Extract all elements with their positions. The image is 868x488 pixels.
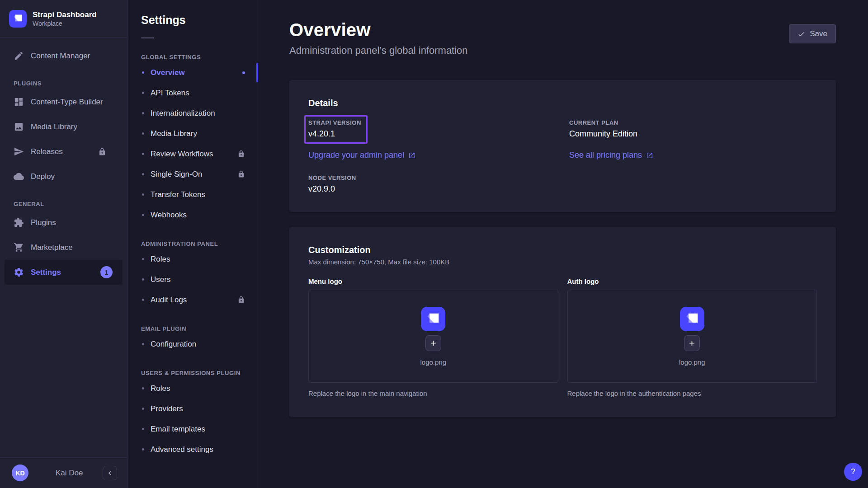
main-nav-list: Content Manager PLUGINS Content-Type Bui… <box>0 38 127 285</box>
subnav-item-single-sign-on[interactable]: Single Sign-On <box>127 164 258 184</box>
bullet-icon <box>142 193 144 196</box>
bullet-icon <box>142 448 144 450</box>
check-icon <box>797 30 805 38</box>
subnav-item-label: Providers <box>151 404 183 413</box>
subnav-item-label: Webhooks <box>151 211 187 220</box>
subnav-item-label: Review Workflows <box>151 150 213 159</box>
lock-icon <box>98 148 106 156</box>
subnav-item-overview[interactable]: Overview <box>127 62 258 83</box>
grid-icon <box>14 97 24 107</box>
sidebar-item-label: Settings <box>31 268 61 277</box>
divider <box>141 38 154 38</box>
auth-logo-file-name: logo.png <box>679 358 705 366</box>
section-label-email-plugin: EMAIL PLUGIN <box>141 325 258 332</box>
sidebar-item-label: Deploy <box>31 172 55 181</box>
user-footer: KD Kai Doe <box>0 457 127 488</box>
current-plan-value: Community Edition <box>569 129 637 139</box>
paper-plane-icon <box>14 146 24 157</box>
subnav-item-label: Users <box>151 275 170 284</box>
sidebar-item-settings[interactable]: Settings 1 <box>5 260 123 285</box>
add-menu-logo-button[interactable] <box>425 335 441 351</box>
node-version-value: v20.9.0 <box>308 184 356 194</box>
subnav-item-review-workflows[interactable]: Review Workflows <box>127 144 258 164</box>
question-icon: ? <box>851 467 855 476</box>
menu-logo-upload-box[interactable]: logo.png <box>308 290 558 383</box>
strapi-version-field: STRAPI VERSION v4.20.1 <box>308 119 361 139</box>
subnav-item-users[interactable]: Users <box>127 269 258 290</box>
sidebar-item-label: Media Library <box>31 122 77 131</box>
strapi-logo-icon <box>9 10 27 28</box>
subnav-item-api-tokens[interactable]: API Tokens <box>127 83 258 103</box>
sidebar-item-label: Content Manager <box>31 52 90 61</box>
sidebar-item-marketplace[interactable]: Marketplace <box>5 235 123 260</box>
upgrade-link-label: Upgrade your admin panel <box>308 150 404 160</box>
subnav-item-advanced-settings[interactable]: Advanced settings <box>127 439 258 460</box>
bullet-icon <box>142 173 144 175</box>
bullet-icon <box>142 71 144 74</box>
subnav-item-roles[interactable]: Roles <box>127 249 258 269</box>
collapse-sidebar-button[interactable] <box>103 466 117 480</box>
pricing-link-label: See all pricing plans <box>569 150 642 160</box>
brand-text: Strapi Dashboard Workplace <box>33 10 97 28</box>
subnav-item-label: Internationalization <box>151 109 215 118</box>
chevron-left-icon <box>106 469 114 477</box>
plus-icon <box>429 339 438 347</box>
subnav-item-internationalization[interactable]: Internationalization <box>127 103 258 123</box>
help-button[interactable]: ? <box>844 463 862 481</box>
bullet-icon <box>142 132 144 135</box>
sidebar-item-content-manager[interactable]: Content Manager <box>5 43 123 68</box>
auth-logo-upload-box[interactable]: logo.png <box>567 290 817 383</box>
sidebar-item-releases[interactable]: Releases <box>5 139 123 164</box>
lock-icon <box>237 170 245 178</box>
bullet-icon <box>142 343 144 345</box>
section-label-global-settings: GLOBAL SETTINGS <box>141 54 258 61</box>
external-link-icon <box>408 152 415 159</box>
subnav-item-label: Email templates <box>151 425 205 434</box>
subnav-item-label: Roles <box>151 255 170 264</box>
subnav-item-label: Transfer Tokens <box>151 190 205 199</box>
current-plan-field: CURRENT PLAN Community Edition <box>569 119 637 139</box>
sidebar-item-media-library[interactable]: Media Library <box>5 114 123 139</box>
lock-icon <box>237 296 245 304</box>
sidebar-item-label: Marketplace <box>31 243 73 252</box>
subnav-item-label: Audit Logs <box>151 296 187 305</box>
subnav-item-webhooks[interactable]: Webhooks <box>127 205 258 225</box>
section-label-administration-panel: ADMINISTRATION PANEL <box>141 240 258 247</box>
page-header: Overview Administration panel’s global i… <box>258 0 868 56</box>
bullet-icon <box>142 387 144 389</box>
strapi-version-label: STRAPI VERSION <box>308 119 361 126</box>
strapi-logo-icon <box>680 307 704 331</box>
subnav-item-up-roles[interactable]: Roles <box>127 378 258 399</box>
subnav-item-media-library[interactable]: Media Library <box>127 123 258 144</box>
page-title: Overview <box>289 20 468 40</box>
sidebar-item-content-type-builder[interactable]: Content-Type Builder <box>5 89 123 114</box>
subnav-item-providers[interactable]: Providers <box>127 399 258 419</box>
gear-icon <box>14 267 24 277</box>
cloud-icon <box>14 171 24 182</box>
subnav-item-configuration[interactable]: Configuration <box>127 334 258 354</box>
brand[interactable]: Strapi Dashboard Workplace <box>0 0 127 38</box>
add-auth-logo-button[interactable] <box>684 335 700 351</box>
subnav-item-audit-logs[interactable]: Audit Logs <box>127 290 258 310</box>
strapi-version-value: v4.20.1 <box>308 129 361 139</box>
app-root: Strapi Dashboard Workplace Content Manag… <box>0 0 868 488</box>
details-right-column: CURRENT PLAN Community Edition See all p… <box>569 119 817 194</box>
sidebar-item-deploy[interactable]: Deploy <box>5 164 123 189</box>
subnav-item-transfer-tokens[interactable]: Transfer Tokens <box>127 184 258 205</box>
subnav-item-label: Roles <box>151 384 170 393</box>
sidebar-item-plugins[interactable]: Plugins <box>5 210 123 235</box>
subnav-item-email-templates[interactable]: Email templates <box>127 419 258 439</box>
subnav-item-label: Overview <box>151 68 185 77</box>
lock-icon <box>237 150 245 158</box>
current-plan-label: CURRENT PLAN <box>569 119 637 126</box>
bullet-icon <box>142 153 144 155</box>
pricing-plans-link[interactable]: See all pricing plans <box>569 150 653 160</box>
sidebar-item-label: Releases <box>31 147 63 156</box>
save-button[interactable]: Save <box>789 24 836 43</box>
upgrade-admin-panel-link[interactable]: Upgrade your admin panel <box>308 150 415 160</box>
settings-subnav: Settings GLOBAL SETTINGS Overview API To… <box>127 0 258 488</box>
details-grid: STRAPI VERSION v4.20.1 Upgrade your admi… <box>308 119 817 194</box>
subnav-item-label: Configuration <box>151 340 196 349</box>
customization-title: Customization <box>308 245 817 255</box>
bullet-icon <box>142 299 144 301</box>
